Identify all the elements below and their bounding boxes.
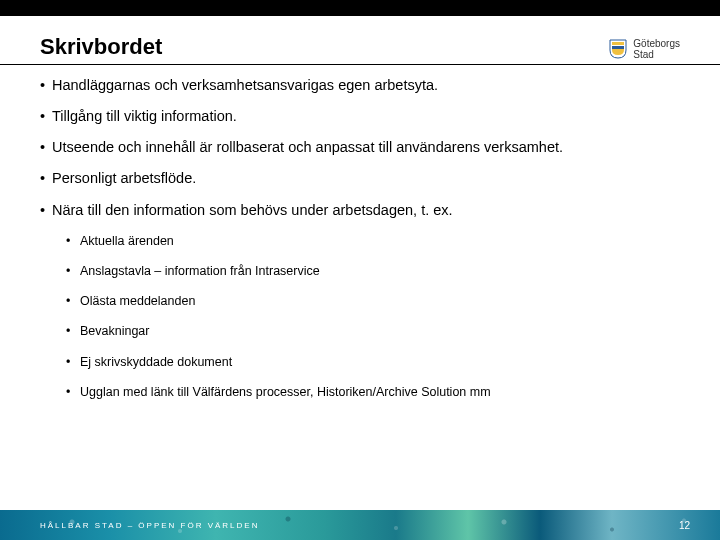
list-item: Nära till den information som behövs und… [40,196,680,419]
sub-bullet-list: Aktuella ärenden Anslagstavla – informat… [52,229,680,411]
sub-list-item: Anslagstavla – information från Intraser… [52,259,680,289]
list-item: Tillgång till viktig information. [40,102,680,133]
slide-footer: HÅLLBAR STAD – ÖPPEN FÖR VÄRLDEN 12 [0,510,720,540]
shield-icon [609,39,627,59]
sub-list-item: Aktuella ärenden [52,229,680,259]
sub-list-item: Ej skrivskyddade dokument [52,350,680,380]
goteborg-logo: Göteborgs Stad [609,38,680,60]
logo-line1: Göteborgs [633,38,680,49]
list-item: Handläggarnas och verksamhetsansvarigas … [40,71,680,102]
sub-list-item: Bevakningar [52,319,680,349]
list-item: Personligt arbetsflöde. [40,164,680,195]
slide-content: Handläggarnas och verksamhetsansvarigas … [0,71,720,418]
main-bullet-list: Handläggarnas och verksamhetsansvarigas … [40,71,680,418]
slide-header: Skrivbordet Göteborgs Stad [0,16,720,65]
slide-title: Skrivbordet [40,34,162,60]
sub-list-item: Ugglan med länk till Välfärdens processe… [52,380,680,410]
list-item-text: Nära till den information som behövs und… [52,202,453,218]
list-item: Utseende och innehåll är rollbaserat och… [40,133,680,164]
logo-text: Göteborgs Stad [633,38,680,60]
page-number: 12 [679,520,690,531]
footer-tagline: HÅLLBAR STAD – ÖPPEN FÖR VÄRLDEN [40,521,259,530]
slide: Skrivbordet Göteborgs Stad Handläggarnas… [0,16,720,540]
logo-line2: Stad [633,49,680,60]
sub-list-item: Olästa meddelanden [52,289,680,319]
